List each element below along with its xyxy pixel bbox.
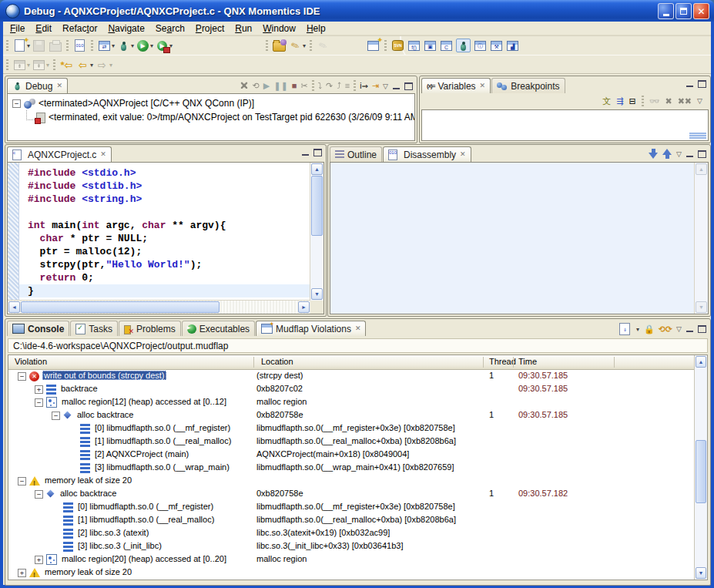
table-header[interactable]: Violation Location Thread Time bbox=[8, 355, 695, 370]
menu-navigate[interactable]: Navigate bbox=[102, 22, 149, 35]
maximize-view-icon[interactable] bbox=[698, 325, 706, 333]
scroll-up-button[interactable]: ▲ bbox=[311, 163, 323, 175]
disconnect-icon[interactable]: ✂ bbox=[300, 82, 307, 90]
debug-filter-icon[interactable]: ⇥ bbox=[372, 82, 379, 90]
last-edit-location-button[interactable]: *⇦ bbox=[60, 59, 73, 71]
step-return-icon[interactable]: ⤴ bbox=[337, 82, 341, 90]
back-dropdown-icon[interactable]: ▾ bbox=[90, 62, 93, 69]
scroll-left-button[interactable]: ◄ bbox=[8, 301, 20, 313]
violation-label[interactable]: backtrace bbox=[59, 384, 99, 393]
next-annotation-button[interactable]: ⇞ bbox=[32, 59, 45, 71]
violation-row[interactable]: +backtrace0xb8207c0209:30.57.185 bbox=[8, 382, 695, 395]
minimize-view-icon[interactable] bbox=[686, 325, 694, 333]
violation-label[interactable]: [1] libmudflapth.so.0 (__real_malloc) bbox=[76, 515, 216, 524]
collapse-box[interactable]: − bbox=[35, 490, 43, 499]
show-logical-structures-icon[interactable]: ⇶ bbox=[616, 97, 623, 106]
violation-row[interactable]: [2] AQNXCProject (main)AQNXCProject(main… bbox=[8, 448, 695, 461]
title-bar[interactable]: Debug - AQNXCProject/AQNXCProject.c - QN… bbox=[0, 0, 714, 22]
violation-label[interactable]: memory leak of size 20 bbox=[43, 475, 133, 485]
scroll-down-icon[interactable] bbox=[649, 149, 659, 159]
violation-label[interactable]: malloc region[20] (heap) accessed at [0.… bbox=[60, 554, 228, 563]
minimize-view-icon[interactable] bbox=[686, 80, 694, 88]
violation-row[interactable]: +malloc region[20] (heap) accessed at [0… bbox=[8, 553, 695, 566]
variables-content[interactable] bbox=[421, 109, 709, 141]
column-divider[interactable] bbox=[513, 357, 514, 368]
view-menu-icon[interactable]: ▽ bbox=[676, 150, 682, 158]
violation-label[interactable]: [2] libc.so.3 (atexit) bbox=[76, 528, 150, 537]
expand-box[interactable]: + bbox=[35, 556, 43, 564]
menu-window[interactable]: Window bbox=[257, 22, 301, 35]
scroll-up-button[interactable]: ▲ bbox=[696, 356, 706, 368]
open-perspective-button[interactable]: ✦ bbox=[367, 39, 380, 52]
column-violation[interactable]: Violation bbox=[15, 357, 47, 366]
restart-icon[interactable]: ⟲ bbox=[253, 82, 260, 90]
binary-button[interactable]: 010 bbox=[73, 39, 86, 52]
editor-ruler[interactable] bbox=[8, 163, 19, 301]
profiler-perspective-button[interactable]: ▟ bbox=[506, 39, 519, 52]
export-log-button[interactable]: ⇓ bbox=[618, 323, 632, 335]
prev-annotation-button[interactable]: ⇟ bbox=[13, 59, 26, 71]
format-brush-button[interactable]: ✎ bbox=[289, 39, 302, 52]
use-step-filters-icon[interactable]: ≡ bbox=[345, 82, 350, 90]
violation-row[interactable]: +memory leak of size 20 bbox=[8, 566, 695, 579]
code-line[interactable]: #include <stdio.h> bbox=[19, 166, 310, 180]
scroll-right-button[interactable]: ► bbox=[298, 301, 310, 313]
maximize-view-icon[interactable] bbox=[404, 82, 413, 90]
violation-row[interactable]: −alloc backtrace0xb820758e109:30.57.182 bbox=[8, 487, 695, 500]
format-brush-dropdown-icon[interactable]: ▾ bbox=[303, 42, 306, 49]
debug-target-dropdown-icon[interactable]: ▾ bbox=[112, 42, 115, 49]
memory-lock-icon[interactable]: 🔒 bbox=[644, 325, 655, 334]
column-thread[interactable]: Thread bbox=[489, 357, 516, 366]
c-perspective-button[interactable]: C bbox=[440, 39, 453, 52]
debug-target-button[interactable]: ⇄ bbox=[98, 39, 111, 52]
violation-label[interactable]: alloc backtrace bbox=[59, 489, 118, 498]
view-menu-icon[interactable]: ▽ bbox=[383, 82, 388, 90]
collapse-box[interactable]: − bbox=[18, 477, 26, 486]
scrollbar-thumb[interactable] bbox=[696, 440, 706, 503]
violation-row[interactable]: −write out of bounds (strcpy dest)(strcp… bbox=[8, 369, 695, 382]
violation-row[interactable]: −memory leak of size 20 bbox=[8, 474, 695, 487]
violation-row[interactable]: [0] libmudflapth.so.0 (__mf_register)lib… bbox=[8, 422, 695, 435]
remove-all-terminated-icon[interactable]: 🗙 bbox=[240, 82, 249, 90]
tab-problems[interactable]: Problems bbox=[119, 321, 181, 336]
debug-thread-row[interactable]: <terminated, exit value: 0>/tmp/AQNXCPro… bbox=[12, 110, 414, 125]
tab-disassembly[interactable]: 010 Disassembly ✕ bbox=[383, 146, 471, 162]
function-perspective-button[interactable]: f() bbox=[407, 39, 421, 52]
close-icon[interactable]: ✕ bbox=[460, 151, 466, 158]
menu-search[interactable]: Search bbox=[150, 22, 190, 35]
scroll-down-button[interactable]: ▼ bbox=[696, 301, 707, 313]
violation-label[interactable]: [0] libmudflapth.so.0 (__mf_register) bbox=[93, 423, 232, 432]
print-button[interactable] bbox=[49, 39, 62, 52]
menu-help[interactable]: Help bbox=[301, 22, 331, 35]
debug-process-row[interactable]: −<terminated>AQNXProject [C/C++ QNX QCon… bbox=[12, 97, 414, 110]
close-icon[interactable]: ✕ bbox=[480, 82, 486, 89]
instruction-stepping-icon[interactable]: i⇒ bbox=[360, 82, 368, 90]
violation-row[interactable]: [0] libmudflapth.so.0 (__mf_register)lib… bbox=[8, 500, 695, 513]
debug-dropdown-icon[interactable]: ▾ bbox=[131, 42, 134, 49]
search-folder-button[interactable] bbox=[273, 39, 286, 52]
step-into-icon[interactable]: ⤵ bbox=[318, 82, 323, 90]
remove-all-icon[interactable]: ✖✖ bbox=[678, 97, 692, 106]
code-line[interactable]: #include <string.h> bbox=[19, 193, 310, 206]
tab-editor[interactable]: c AQNXCProject.c ✕ bbox=[7, 146, 112, 162]
scrollbar-thumb[interactable] bbox=[311, 176, 323, 236]
minimize-view-icon[interactable] bbox=[392, 82, 401, 90]
view-menu-icon[interactable]: ▽ bbox=[676, 325, 682, 333]
table-vscrollbar[interactable]: ▲ ▼ bbox=[694, 355, 707, 580]
column-divider[interactable] bbox=[253, 357, 254, 368]
maximize-view-icon[interactable] bbox=[313, 149, 322, 156]
code-line[interactable] bbox=[19, 206, 310, 219]
external-tools-button[interactable]: ▶ bbox=[156, 39, 169, 52]
close-icon[interactable]: ✕ bbox=[100, 151, 106, 158]
debug-button[interactable] bbox=[117, 39, 130, 52]
prev-annotation-dropdown-icon[interactable]: ▾ bbox=[27, 62, 30, 69]
export-dropdown-icon[interactable]: ▾ bbox=[636, 326, 639, 333]
svn-perspective-button[interactable]: SVN bbox=[391, 39, 404, 52]
tab-debug[interactable]: Debug ✕ bbox=[7, 78, 68, 93]
forward-dropdown-icon[interactable]: ▾ bbox=[109, 62, 112, 69]
violation-label[interactable]: [2] AQNXCProject (main) bbox=[93, 449, 190, 459]
new-wizard-button[interactable]: ✦ bbox=[13, 39, 26, 52]
suspend-icon[interactable]: ❚❚ bbox=[273, 82, 287, 90]
expand-box[interactable]: + bbox=[35, 385, 43, 394]
scroll-down-button[interactable]: ▼ bbox=[311, 288, 323, 300]
